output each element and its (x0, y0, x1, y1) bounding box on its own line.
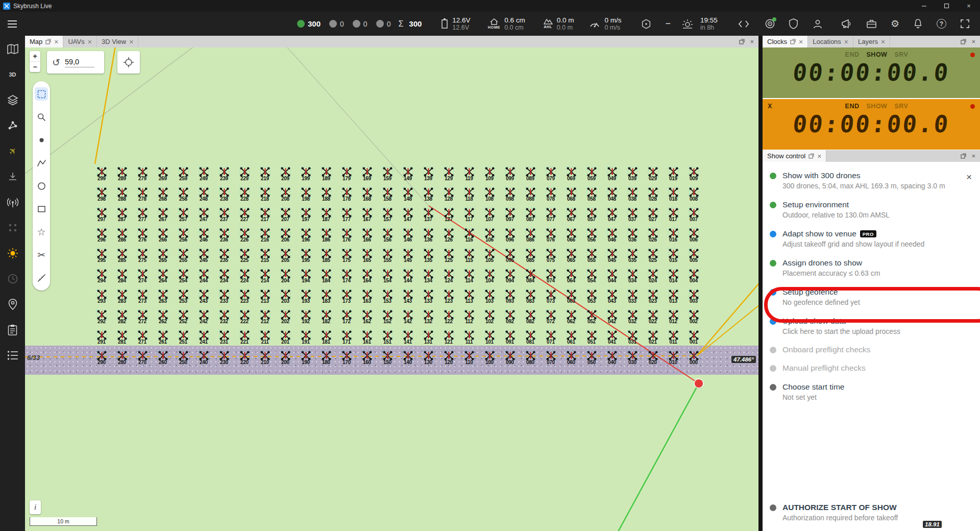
drone-marker[interactable]: 231 (214, 327, 234, 347)
drone-marker[interactable]: 136 (418, 225, 438, 245)
drone-marker[interactable]: 121 (438, 327, 459, 347)
check-item[interactable]: Upload show data Click here to start the… (763, 311, 980, 341)
drone-marker[interactable]: 210 (255, 347, 275, 368)
drone-marker[interactable]: 246 (193, 225, 214, 245)
drone-marker[interactable]: 205 (275, 245, 296, 266)
drone-marker[interactable]: 043 (602, 286, 622, 306)
drone-marker[interactable]: 161 (357, 327, 377, 347)
popout-icon[interactable] (808, 153, 814, 159)
drone-marker[interactable]: 181 (316, 327, 336, 347)
drone-marker[interactable]: 232 (214, 306, 234, 327)
drone-marker[interactable]: 060 (561, 347, 581, 368)
drone-marker[interactable]: 053 (581, 286, 602, 306)
drone-marker[interactable]: 086 (520, 225, 541, 245)
drone-marker[interactable]: 221 (234, 327, 255, 347)
drone-marker[interactable]: 172 (336, 306, 357, 327)
drone-marker[interactable]: 109 (479, 163, 500, 184)
rectangle-tool[interactable] (35, 202, 48, 215)
drone-marker[interactable]: 167 (357, 204, 377, 225)
map-icon[interactable] (7, 43, 19, 55)
drone-marker[interactable]: 248 (193, 184, 214, 204)
zoom-tool[interactable] (35, 110, 48, 124)
drone-marker[interactable]: 087 (520, 204, 541, 225)
drone-marker[interactable]: 064 (561, 266, 581, 286)
drone-marker[interactable]: 039 (622, 163, 643, 184)
drone-marker[interactable]: 127 (438, 204, 459, 225)
drone-marker[interactable]: 140 (398, 347, 418, 368)
drone-marker[interactable]: 090 (500, 347, 520, 368)
drone-marker[interactable]: 040 (602, 347, 622, 368)
minimize-button[interactable] (913, 0, 935, 12)
drone-marker[interactable]: 032 (622, 306, 643, 327)
drone-marker[interactable]: 036 (622, 225, 643, 245)
drone-marker[interactable]: 110 (459, 347, 479, 368)
drone-marker[interactable]: 145 (398, 245, 418, 266)
drone-marker[interactable]: 299 (91, 163, 112, 184)
tab-map[interactable]: Map × (25, 36, 63, 47)
drone-marker[interactable]: 139 (418, 163, 438, 184)
drone-marker[interactable]: 275 (132, 245, 153, 266)
drone-marker[interactable]: 061 (561, 327, 581, 347)
drone-marker[interactable]: 261 (153, 327, 173, 347)
drone-marker[interactable]: 111 (459, 327, 479, 347)
popout-icon[interactable] (961, 39, 966, 44)
megaphone-icon[interactable] (841, 19, 852, 29)
drone-marker[interactable]: 135 (418, 245, 438, 266)
broadcast-icon[interactable] (7, 196, 19, 208)
menu-icon[interactable] (7, 20, 17, 28)
check-item[interactable]: AUTHORIZE START OF SHOW Authorization re… (763, 498, 980, 527)
drone-marker[interactable]: 005 (683, 245, 704, 266)
popout-icon[interactable] (790, 39, 796, 44)
drone-marker[interactable]: 042 (602, 306, 622, 327)
user-icon[interactable] (813, 19, 823, 29)
measure-tool[interactable] (35, 271, 48, 284)
drone-marker[interactable]: 119 (459, 163, 479, 184)
drone-marker[interactable]: 233 (214, 286, 234, 306)
drone-marker[interactable]: 262 (153, 306, 173, 327)
drone-marker[interactable]: 117 (459, 204, 479, 225)
drone-marker[interactable]: 146 (398, 225, 418, 245)
drone-marker[interactable]: 276 (132, 225, 153, 245)
drone-marker[interactable]: 263 (153, 286, 173, 306)
drone-marker[interactable]: 252 (173, 306, 193, 327)
drone-marker[interactable]: 185 (316, 245, 336, 266)
drone-marker[interactable]: 012 (663, 306, 683, 327)
drone-marker[interactable]: 056 (581, 225, 602, 245)
drone-marker[interactable]: 249 (193, 163, 214, 184)
close-icon[interactable]: × (971, 152, 975, 160)
path-tool[interactable] (35, 156, 48, 170)
target-icon[interactable] (765, 18, 775, 29)
checklist-icon[interactable] (7, 324, 19, 336)
drone-marker[interactable]: 177 (336, 204, 357, 225)
drone-marker[interactable]: 047 (602, 204, 622, 225)
close-icon[interactable]: × (54, 38, 58, 45)
popout-icon[interactable] (45, 39, 51, 44)
drone-marker[interactable]: 048 (602, 184, 622, 204)
drone-marker[interactable]: 260 (153, 347, 173, 368)
drone-marker[interactable]: 077 (541, 204, 561, 225)
layers-icon[interactable] (7, 94, 19, 106)
drone-marker[interactable]: 017 (663, 204, 683, 225)
drone-marker[interactable]: 267 (153, 204, 173, 225)
drone-marker[interactable]: 120 (438, 347, 459, 368)
zoom-in-button[interactable]: + (30, 51, 40, 62)
drone-marker[interactable]: 199 (296, 163, 316, 184)
drone-marker[interactable]: 207 (275, 204, 296, 225)
drone-marker[interactable]: 072 (541, 306, 561, 327)
drone-marker[interactable]: 002 (683, 306, 704, 327)
drone-marker[interactable]: 287 (112, 204, 132, 225)
popout-icon[interactable] (961, 153, 966, 159)
drone-marker[interactable]: 033 (622, 286, 643, 306)
drone-marker[interactable]: 289 (112, 163, 132, 184)
point-tool[interactable] (35, 133, 48, 147)
drone-marker[interactable]: 150 (377, 347, 398, 368)
hexacopter-icon[interactable] (641, 18, 652, 30)
drone-marker[interactable]: 149 (398, 163, 418, 184)
drone-marker[interactable]: 245 (193, 245, 214, 266)
drone-marker[interactable]: 247 (193, 204, 214, 225)
drone-marker[interactable]: 270 (132, 347, 153, 368)
drone-marker[interactable]: 079 (541, 163, 561, 184)
location-pin-icon[interactable] (7, 298, 19, 310)
drone-marker[interactable]: 123 (438, 286, 459, 306)
drone-marker[interactable]: 113 (459, 286, 479, 306)
